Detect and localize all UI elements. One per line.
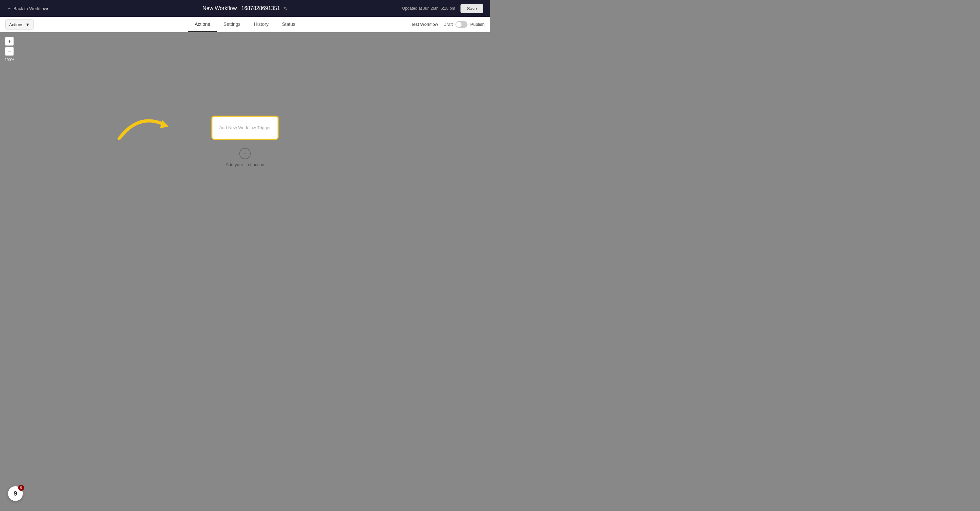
trigger-card-text: Add New Workflow Trigger bbox=[219, 124, 271, 130]
add-action-button[interactable]: + bbox=[239, 148, 251, 159]
publish-label: Publish bbox=[470, 22, 485, 27]
trigger-card[interactable]: Add New Workflow Trigger bbox=[212, 116, 278, 140]
tab-settings[interactable]: Settings bbox=[217, 17, 247, 32]
back-link-label: Back to Workflows bbox=[13, 6, 49, 11]
test-workflow-button[interactable]: Test Workflow bbox=[411, 22, 438, 27]
add-action-label: Add your first action bbox=[226, 162, 264, 167]
title-area: New Workflow : 1687828691351 ✎ bbox=[203, 5, 288, 11]
chevron-down-icon: ▼ bbox=[25, 22, 30, 27]
connector-line bbox=[245, 140, 245, 148]
nav-tabs: Actions Settings History Status bbox=[188, 17, 302, 32]
tab-actions[interactable]: Actions bbox=[188, 17, 217, 32]
zoom-controls: + − 100% bbox=[5, 37, 14, 62]
save-button[interactable]: Save bbox=[460, 4, 483, 13]
zoom-level: 100% bbox=[5, 58, 14, 62]
tab-status[interactable]: Status bbox=[275, 17, 302, 32]
back-to-workflows-link[interactable]: ← Back to Workflows bbox=[7, 6, 49, 11]
back-arrow-icon: ← bbox=[7, 6, 11, 11]
workflow-canvas[interactable]: + − 100% Add New Workflow Trigger + Add … bbox=[0, 32, 490, 256]
actions-dropdown-label: Actions bbox=[9, 22, 24, 27]
draft-publish-toggle-area: Draft Publish bbox=[443, 21, 485, 28]
top-right-area: Updated at Jun 26th, 6:18 pm Save bbox=[402, 4, 483, 13]
zoom-in-button[interactable]: + bbox=[5, 37, 14, 46]
plus-icon: + bbox=[243, 150, 247, 157]
secondary-nav: Actions ▼ Actions Settings History Statu… bbox=[0, 17, 490, 32]
edit-icon[interactable]: ✎ bbox=[283, 6, 287, 11]
right-nav: Test Workflow Draft Publish bbox=[411, 17, 485, 32]
actions-dropdown[interactable]: Actions ▼ bbox=[5, 19, 33, 30]
workflow-area: Add New Workflow Trigger + Add your firs… bbox=[212, 116, 278, 167]
svg-marker-0 bbox=[160, 120, 169, 129]
workflow-title: New Workflow : 1687828691351 bbox=[203, 5, 280, 11]
updated-timestamp: Updated at Jun 26th, 6:18 pm bbox=[402, 6, 455, 11]
zoom-out-button[interactable]: − bbox=[5, 47, 14, 56]
tab-history[interactable]: History bbox=[247, 17, 275, 32]
draft-label: Draft bbox=[443, 22, 453, 27]
arrow-annotation bbox=[113, 106, 177, 146]
top-bar: ← Back to Workflows New Workflow : 16878… bbox=[0, 0, 490, 17]
publish-toggle[interactable] bbox=[455, 21, 468, 28]
